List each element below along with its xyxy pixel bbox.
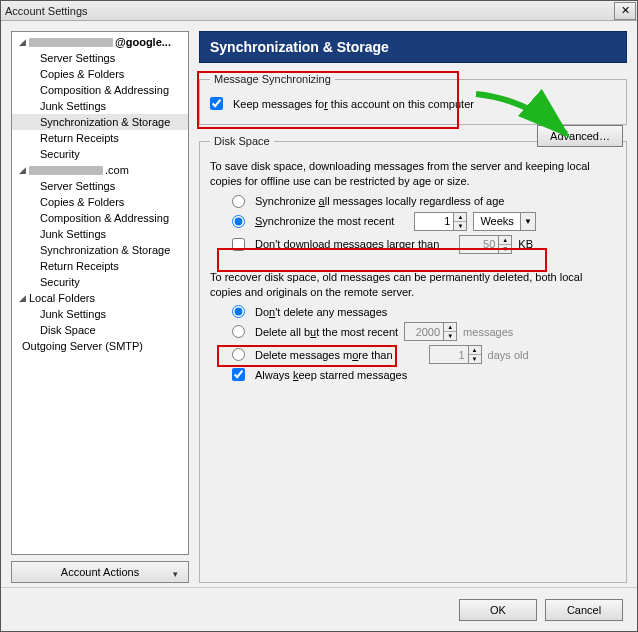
tree-item[interactable]: Server Settings — [12, 50, 188, 66]
spin-down-icon[interactable]: ▼ — [444, 332, 456, 340]
keep-count-spinner[interactable]: ▲▼ — [404, 322, 457, 341]
keep-count-input[interactable] — [405, 323, 443, 340]
size-limit-input[interactable] — [460, 236, 498, 253]
group-legend: Disk Space — [210, 135, 274, 147]
days-old-label: days old — [488, 349, 529, 361]
disk-desc: To save disk space, downloading messages… — [210, 159, 616, 189]
recent-count-input[interactable] — [415, 213, 453, 230]
kb-label: KB — [518, 238, 533, 250]
account-settings-window: Account Settings ✕ ◢ @google... Server S… — [0, 0, 638, 632]
accounts-sidebar: ◢ @google... Server Settings Copies & Fo… — [11, 31, 189, 583]
cancel-button[interactable]: Cancel — [545, 599, 623, 621]
spin-up-icon[interactable]: ▲ — [499, 236, 511, 245]
tree-item[interactable]: Junk Settings — [12, 306, 188, 322]
recent-count-spinner[interactable]: ▲▼ — [414, 212, 467, 231]
tree-item[interactable]: Copies & Folders — [12, 66, 188, 82]
dont-download-label[interactable]: Don't download messages larger than — [255, 238, 439, 250]
spin-down-icon[interactable]: ▼ — [499, 245, 511, 253]
spin-up-icon[interactable]: ▲ — [454, 213, 466, 222]
size-limit-spinner[interactable]: ▲▼ — [459, 235, 512, 254]
dont-delete-label[interactable]: Don't delete any messages — [255, 306, 387, 318]
messages-label: messages — [463, 326, 513, 338]
days-input[interactable] — [430, 346, 468, 363]
dont-download-checkbox[interactable] — [232, 238, 245, 251]
advanced-button[interactable]: Advanced… — [537, 125, 623, 147]
tree-item-outgoing[interactable]: Outgoing Server (SMTP) — [12, 338, 188, 354]
titlebar: Account Settings ✕ — [1, 1, 637, 21]
message-sync-group: Message Synchronizing Keep messages for … — [199, 73, 627, 125]
sync-all-label[interactable]: Synchronize all messages locally regardl… — [255, 195, 504, 207]
dialog-footer: OK Cancel — [1, 587, 637, 631]
spin-down-icon[interactable]: ▼ — [454, 222, 466, 230]
account-node[interactable]: ◢ @google... — [12, 34, 188, 50]
tree-item[interactable]: Synchronization & Storage — [12, 242, 188, 258]
window-close-button[interactable]: ✕ — [614, 2, 636, 20]
collapse-icon[interactable]: ◢ — [18, 165, 27, 175]
dont-delete-radio[interactable] — [232, 305, 245, 318]
account-label-suffix: @google... — [115, 36, 171, 48]
page-title: Synchronization & Storage — [199, 31, 627, 63]
days-spinner[interactable]: ▲▼ — [429, 345, 482, 364]
ok-button[interactable]: OK — [459, 599, 537, 621]
group-legend: Message Synchronizing — [210, 73, 335, 85]
tree-item[interactable]: Composition & Addressing — [12, 82, 188, 98]
tree-item[interactable]: Copies & Folders — [12, 194, 188, 210]
tree-item[interactable]: Return Receipts — [12, 258, 188, 274]
tree-item[interactable]: Server Settings — [12, 178, 188, 194]
dropdown-icon[interactable]: ▼ — [520, 213, 535, 230]
account-node-local[interactable]: ◢ Local Folders — [12, 290, 188, 306]
tree-item[interactable]: Junk Settings — [12, 226, 188, 242]
keep-starred-checkbox[interactable] — [232, 368, 245, 381]
keep-messages-checkbox[interactable] — [210, 97, 223, 110]
delete-all-but-label[interactable]: Delete all but the most recent — [255, 326, 398, 338]
settings-panel: Synchronization & Storage Message Synchr… — [199, 31, 627, 583]
tree-item[interactable]: Security — [12, 274, 188, 290]
tree-item[interactable]: Disk Space — [12, 322, 188, 338]
account-actions-button[interactable]: Account Actions — [11, 561, 189, 583]
delete-older-label[interactable]: Delete messages more than — [255, 349, 393, 361]
collapse-icon[interactable]: ◢ — [18, 293, 27, 303]
disk-space-group: Disk Space To save disk space, downloadi… — [199, 135, 627, 583]
tree-item[interactable]: Security — [12, 146, 188, 162]
delete-all-but-radio[interactable] — [232, 325, 245, 338]
sync-recent-radio[interactable] — [232, 215, 245, 228]
tree-item[interactable]: Composition & Addressing — [12, 210, 188, 226]
tree-item[interactable]: Junk Settings — [12, 98, 188, 114]
window-title: Account Settings — [5, 5, 88, 17]
recover-desc: To recover disk space, old messages can … — [210, 270, 616, 300]
sync-recent-label[interactable]: Synchronize the most recent — [255, 215, 394, 227]
accounts-tree[interactable]: ◢ @google... Server Settings Copies & Fo… — [11, 31, 189, 555]
account-node[interactable]: ◢ .com — [12, 162, 188, 178]
spin-down-icon[interactable]: ▼ — [469, 355, 481, 363]
spin-up-icon[interactable]: ▲ — [444, 323, 456, 332]
spin-up-icon[interactable]: ▲ — [469, 346, 481, 355]
account-label-suffix: .com — [105, 164, 129, 176]
keep-starred-label[interactable]: Always keep starred messages — [255, 369, 407, 381]
sync-all-radio[interactable] — [232, 195, 245, 208]
tree-item-selected[interactable]: Synchronization & Storage — [12, 114, 188, 130]
collapse-icon[interactable]: ◢ — [18, 37, 27, 47]
tree-item[interactable]: Return Receipts — [12, 130, 188, 146]
keep-messages-label[interactable]: Keep messages for this account on this c… — [233, 98, 474, 110]
delete-older-radio[interactable] — [232, 348, 245, 361]
recent-unit-select[interactable]: Weeks ▼ — [473, 212, 535, 231]
